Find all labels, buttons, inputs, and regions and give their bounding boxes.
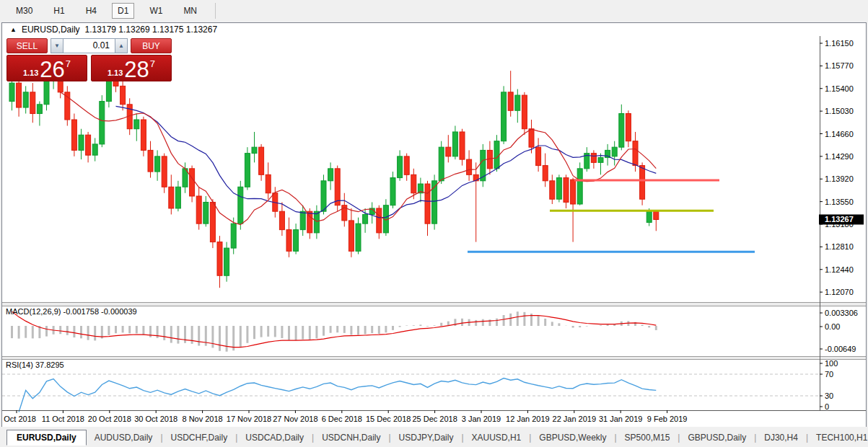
buy-price-box[interactable]: 1.13 28 7 <box>91 55 172 81</box>
date-tick-label: 3 Jan 2019 <box>462 415 501 423</box>
candle-bull <box>79 135 84 150</box>
date-tick-label: 15 Dec 2018 <box>366 415 411 423</box>
candle-bull <box>363 214 368 224</box>
candle-bear <box>266 174 271 192</box>
candle-bear <box>162 156 167 187</box>
candle-bear <box>210 202 215 242</box>
candle-bull <box>439 147 444 181</box>
chart-window: ▲ EURUSD,Daily 1.13179 1.13269 1.13175 1… <box>1 22 867 427</box>
rsi-axis-label: 0 <box>825 402 829 411</box>
macd-axis-label: 0.00 <box>825 322 840 331</box>
timeframe-button-d1[interactable]: D1 <box>112 3 134 19</box>
date-tick-label: 6 Dec 2018 <box>322 415 362 423</box>
price-tick-label: 1.15400 <box>825 84 854 93</box>
timeframe-button-mn[interactable]: MN <box>177 3 203 19</box>
timeframe-button-m30[interactable]: M30 <box>10 3 38 19</box>
candle-bear <box>259 147 264 174</box>
macd-axis-label: 0.003306 <box>825 309 858 317</box>
candle-bear <box>169 187 174 208</box>
rsi-indicator-label: RSI(14) 37.8295 <box>6 360 64 369</box>
timeframe-button-w1[interactable]: W1 <box>144 3 168 19</box>
candle-bull <box>37 105 42 114</box>
candle-bull <box>238 187 243 224</box>
candle-bear <box>411 174 416 192</box>
candle-bear <box>377 208 382 233</box>
buy-button[interactable]: BUY <box>131 38 172 53</box>
sell-price-pip: 7 <box>66 58 71 69</box>
one-click-trade-panel: SELL ▼ 0.01 ▲ BUY 1.13 26 7 1.13 28 7 <box>6 38 172 81</box>
tab-usdcad-daily[interactable]: USDCAD,Daily <box>237 430 312 446</box>
price-tick-label: 1.12070 <box>825 288 854 296</box>
price-tick-label: 1.13920 <box>825 174 854 183</box>
lot-decrease-button[interactable]: ▼ <box>51 38 63 53</box>
candle-bear <box>446 147 451 156</box>
candle-bear <box>148 150 153 172</box>
candle-bear <box>120 86 126 104</box>
sell-price-prefix: 1.13 <box>23 68 38 77</box>
tab-usdcnh-daily[interactable]: USDCNH,Daily <box>314 430 388 446</box>
price-chart-svg[interactable]: 1.161501.157701.154001.150301.146601.142… <box>2 36 866 427</box>
candle-bear <box>217 242 222 276</box>
candle-bear <box>86 135 91 155</box>
tab-sp500-m15[interactable]: SP500,M15 <box>617 430 678 446</box>
tab-eurusd-daily[interactable]: EURUSD,Daily <box>6 430 87 446</box>
price-tick-label: 1.15030 <box>825 107 854 115</box>
tab-gbpusd-weekly[interactable]: GBPUSD,Weekly <box>531 430 614 446</box>
tab-dj30-h4[interactable]: DJ30,H4 <box>756 430 806 446</box>
candle-bull <box>175 187 180 208</box>
tab-audusd-daily[interactable]: AUDUSD,Daily <box>87 430 161 446</box>
tab-gbpusd-daily[interactable]: GBPUSD,Daily <box>680 430 754 446</box>
candle-bear <box>286 230 291 252</box>
candle-bull <box>100 102 105 144</box>
candle-bear <box>17 83 22 107</box>
candle-bear <box>543 166 548 181</box>
price-tick-label: 1.14660 <box>825 130 854 138</box>
tab-xauusd-h1[interactable]: XAUUSD,H1 <box>464 430 530 446</box>
chart-canvas[interactable]: 1.161501.157701.154001.150301.146601.142… <box>2 36 866 430</box>
sell-price-box[interactable]: 1.13 26 7 <box>6 55 87 81</box>
lot-increase-button[interactable]: ▲ <box>115 38 128 53</box>
price-tick-label: 1.12810 <box>825 242 854 251</box>
candle-bull <box>23 92 28 107</box>
mt4-terminal: { "toolbar": { "timeframes": [ {"label":… <box>0 0 868 447</box>
candle-bull <box>515 95 520 110</box>
candle-bear <box>425 184 430 224</box>
candle-bull <box>598 158 603 163</box>
candle-bull <box>231 224 236 248</box>
lot-size-input[interactable]: 0.01 <box>63 38 115 53</box>
candle-bull <box>398 156 403 178</box>
candle-bear <box>640 166 645 200</box>
tab-usdchf-daily[interactable]: USDCHF,Daily <box>163 430 236 446</box>
timeframe-button-h1[interactable]: H1 <box>48 3 70 19</box>
candle-bull <box>577 169 582 204</box>
date-tick-label: 31 Jan 2019 <box>599 415 643 423</box>
candle-bull <box>646 211 652 222</box>
tab-tech100-h1[interactable]: TECH100,H1 <box>808 430 868 446</box>
candle-bull <box>556 178 561 200</box>
candle-bear <box>190 169 195 196</box>
macd-axis-label: -0.00649 <box>825 345 856 353</box>
date-tick-label: 8 Nov 2018 <box>182 415 222 423</box>
candle-bull <box>356 224 361 251</box>
chart-symbol-title: EURUSD,Daily <box>22 25 80 35</box>
candle-bull <box>245 154 250 187</box>
timeframe-button-h4[interactable]: H4 <box>80 3 102 19</box>
price-tick-label: 1.12440 <box>825 265 854 274</box>
candle-bull <box>224 248 229 275</box>
buy-price-prefix: 1.13 <box>108 68 123 77</box>
candle-bear <box>654 211 659 219</box>
candle-bull <box>501 92 507 141</box>
candle-bear <box>460 132 465 159</box>
sell-button[interactable]: SELL <box>6 38 48 53</box>
price-tick-label: 1.16150 <box>825 39 854 48</box>
candle-bear <box>536 147 541 165</box>
candle-bear <box>196 196 201 224</box>
price-tick-label: 1.14290 <box>825 152 854 161</box>
date-tick-label: 20 Oct 2018 <box>88 415 131 423</box>
tab-usdjpy-daily[interactable]: USDJPY,Daily <box>391 430 462 446</box>
candle-bear <box>508 92 513 110</box>
rsi-axis-label: 100 <box>825 359 838 368</box>
candle-bull <box>314 211 319 233</box>
candle-bear <box>591 154 596 163</box>
collapse-icon[interactable]: ▲ <box>10 26 17 33</box>
